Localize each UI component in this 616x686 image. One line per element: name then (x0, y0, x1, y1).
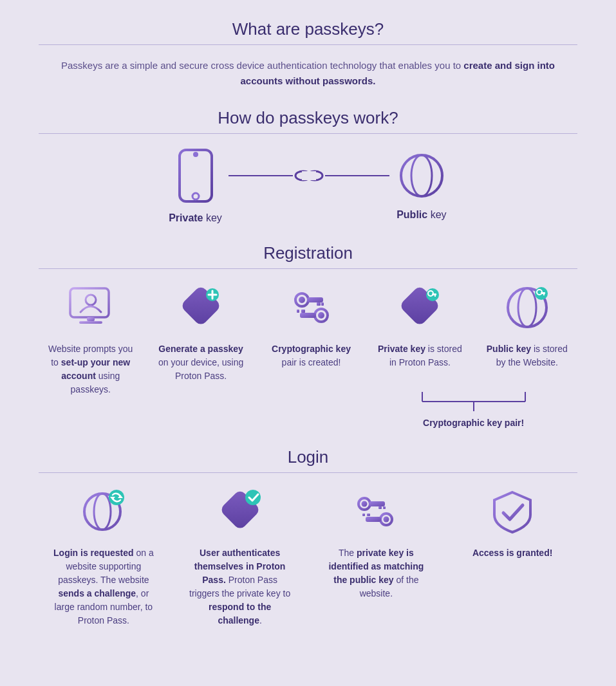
svg-rect-60 (369, 501, 385, 506)
svg-rect-23 (317, 302, 321, 306)
reg-step-5-text: Public key is stored by the Website. (482, 342, 572, 369)
key-match-icon (350, 486, 402, 537)
public-key-item: Public key (396, 150, 447, 221)
svg-point-13 (86, 295, 96, 305)
reg-divider (39, 268, 577, 269)
login-step-1: Login is requested on a website supporti… (39, 486, 169, 627)
svg-rect-5 (302, 171, 316, 180)
website-prompt-icon (65, 282, 117, 333)
key-connector (222, 166, 396, 185)
crypto-keys-icon (286, 282, 337, 333)
login-step-1-text: Login is requested on a website supporti… (52, 546, 155, 627)
svg-rect-34 (434, 295, 436, 297)
svg-rect-15 (79, 321, 102, 324)
login-step-3-text: The private key is identified as matchin… (324, 546, 427, 600)
generate-passkey-icon (175, 282, 227, 333)
access-granted-icon (487, 486, 538, 537)
reg-step-2: Generate a passkey on your device, using… (149, 282, 252, 383)
registration-steps: Website prompts you to set-up your new a… (39, 282, 577, 428)
svg-point-64 (384, 517, 389, 523)
chain-icon (293, 166, 325, 185)
reg-step-4-text: Private key is stored in Proton Pass. (375, 342, 465, 369)
svg-rect-61 (378, 506, 382, 509)
keypair-bracket: Cryptographic key pair! (369, 389, 577, 428)
svg-rect-42 (541, 292, 545, 294)
private-key-stored-icon (394, 282, 445, 333)
user-auth-icon (214, 486, 266, 537)
reg-steps-4-5-row: Private key is stored in Proton Pass. (369, 282, 577, 369)
login-step-2-text: User authenticates themselves in Proton … (189, 546, 292, 627)
title-divider (39, 44, 577, 45)
reg-steps-4-5: Private key is stored in Proton Pass. (369, 282, 577, 428)
login-step-4: Access is granted! (447, 486, 577, 560)
login-divider (39, 472, 577, 473)
svg-rect-27 (300, 313, 316, 318)
login-request-icon (78, 486, 129, 537)
main-title: What are passkeys? (39, 19, 577, 39)
registration-title: Registration (39, 243, 577, 263)
reg-step-5: Public key is stored by the Website. (477, 282, 577, 369)
login-steps: Login is requested on a website supporti… (39, 486, 577, 627)
registration-section: Registration (39, 243, 577, 428)
svg-rect-43 (543, 294, 545, 295)
reg-step-3-text: Cryptographic key pair is created! (266, 342, 357, 369)
login-step-3: The private key is identified as matchin… (312, 486, 442, 600)
public-key-stored-icon (501, 282, 553, 333)
private-key-label: Private key (169, 212, 222, 224)
svg-rect-14 (87, 317, 95, 321)
login-step-2: User authenticates themselves in Proton … (175, 486, 305, 627)
how-divider (39, 133, 577, 134)
svg-rect-67 (362, 514, 365, 516)
globe-icon (396, 150, 447, 201)
public-key-label: Public key (397, 209, 446, 221)
reg-step-1: Website prompts you to set-up your new a… (39, 282, 142, 396)
bracket-svg (409, 389, 538, 411)
login-step-4-text: Access is granted! (472, 546, 553, 560)
svg-rect-66 (367, 514, 370, 516)
svg-point-2 (192, 193, 199, 199)
how-title: How do passkeys work? (39, 108, 577, 128)
reg-step-4: Private key is stored in Proton Pass. (369, 282, 470, 369)
svg-point-57 (245, 490, 261, 505)
reg-step-1-text: Website prompts you to set-up your new a… (46, 342, 136, 396)
svg-point-1 (193, 152, 198, 157)
svg-rect-62 (383, 506, 386, 509)
svg-rect-28 (301, 310, 305, 313)
svg-rect-12 (70, 288, 109, 317)
svg-rect-65 (366, 517, 381, 522)
svg-rect-22 (307, 297, 323, 302)
reg-step-2-text: Generate a passkey on your device, using… (156, 342, 246, 383)
keypair-label: Cryptographic key pair! (423, 418, 524, 428)
svg-point-26 (318, 312, 324, 319)
intro-text: Passkeys are a simple and secure cross d… (39, 58, 577, 89)
svg-point-21 (299, 297, 305, 303)
keys-diagram: Private key (39, 147, 577, 224)
svg-point-59 (362, 501, 368, 507)
reg-step-3: Cryptographic key pair is created! (259, 282, 363, 369)
phone-icon (173, 147, 218, 205)
svg-rect-24 (321, 302, 324, 306)
svg-rect-29 (297, 310, 299, 313)
svg-rect-33 (432, 293, 436, 295)
private-key-item: Private key (169, 147, 222, 224)
login-section: Login (39, 447, 577, 627)
login-title: Login (39, 447, 577, 467)
